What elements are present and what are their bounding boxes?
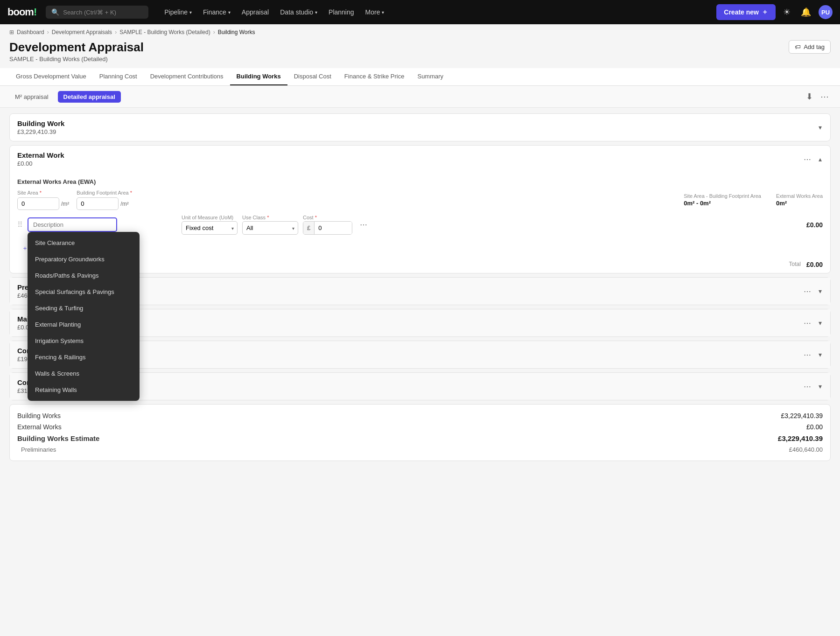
building-work-toggle[interactable]: ▾ bbox=[818, 123, 823, 132]
nav-planning[interactable]: Planning bbox=[324, 6, 359, 19]
building-work-controls: ▾ bbox=[818, 123, 823, 132]
tab-gross-development-value[interactable]: Gross Development Value bbox=[9, 68, 93, 85]
sub-tab-detailed[interactable]: Detailed appraisal bbox=[58, 91, 121, 103]
building-work-header[interactable]: Building Work £3,229,410.39 ▾ bbox=[10, 114, 830, 141]
dropdown-item-seeding-turfing[interactable]: Seeding & Turfing bbox=[28, 300, 140, 316]
nav-finance[interactable]: Finance ▾ bbox=[198, 6, 235, 19]
uom-select[interactable]: Fixed cost Per m² bbox=[182, 221, 238, 235]
uom-select-wrapper: Fixed cost Per m² bbox=[182, 221, 238, 235]
footer-totals: Building Works £3,229,410.39 External Wo… bbox=[9, 404, 831, 461]
building-work-section: Building Work £3,229,410.39 ▾ bbox=[9, 113, 831, 141]
use-class-label: Use Class * bbox=[242, 215, 298, 220]
search-input[interactable] bbox=[63, 9, 138, 16]
cost-prefix: £ bbox=[303, 222, 315, 234]
create-new-button[interactable]: Create new ＋ bbox=[716, 4, 776, 20]
uom-label: Unit of Measure (UoM) bbox=[182, 215, 238, 220]
dropdown-item-special-surfacings[interactable]: Special Surfacings & Pavings bbox=[28, 284, 140, 300]
nav-appraisal[interactable]: Appraisal bbox=[237, 6, 273, 19]
sub-tab-m2[interactable]: M² appraisal bbox=[9, 91, 54, 103]
ewa-result-2: External Works Area 0m² bbox=[776, 193, 823, 207]
preliminaries-toggle[interactable]: ▾ bbox=[818, 287, 823, 296]
building-footprint-unit: /m² bbox=[120, 201, 128, 207]
breadcrumb-development-appraisals[interactable]: Development Appraisals bbox=[52, 29, 112, 35]
ewa-panel: External Works Area (EWA) Site Area * /m… bbox=[10, 173, 830, 210]
use-class-select-wrapper: All Residential Commercial bbox=[242, 221, 298, 235]
theme-toggle-button[interactable]: ☀ bbox=[780, 5, 793, 19]
nav-right: Create new ＋ ☀ 🔔 PU bbox=[716, 4, 833, 20]
use-class-group: Use Class * All Residential Commercial bbox=[242, 215, 298, 235]
cost-input[interactable] bbox=[315, 222, 352, 234]
dropdown-item-roads-paths-pavings[interactable]: Roads/Paths & Pavings bbox=[28, 267, 140, 284]
contingency-toggle[interactable]: ▾ bbox=[818, 382, 823, 391]
breadcrumb-current: Building Works bbox=[218, 29, 255, 35]
uom-group: Unit of Measure (UoM) Fixed cost Per m² bbox=[182, 215, 238, 235]
external-work-header[interactable]: External Work £0.00 ⋯ ▴ bbox=[10, 146, 830, 173]
sub-tabs-right: ⬇ ⋯ bbox=[804, 90, 831, 104]
external-work-title-group: External Work £0.00 bbox=[17, 151, 64, 167]
page-subtitle: SAMPLE - Building Works (Detailed) bbox=[9, 56, 144, 63]
dropdown-item-retaining-walls[interactable]: Retaining Walls bbox=[28, 382, 140, 398]
search-bar[interactable]: 🔍 bbox=[46, 6, 148, 19]
tab-summary[interactable]: Summary bbox=[411, 68, 450, 85]
nav-data-studio[interactable]: Data studio ▾ bbox=[275, 6, 322, 19]
tab-finance-strike-price[interactable]: Finance & Strike Price bbox=[338, 68, 411, 85]
main-contract-menu-button[interactable]: ⋯ bbox=[801, 318, 814, 328]
dropdown-item-preparatory-groundworks[interactable]: Preparatory Groundworks bbox=[28, 251, 140, 267]
avatar[interactable]: PU bbox=[819, 5, 833, 19]
dropdown-item-fencing-railings[interactable]: Fencing & Railings bbox=[28, 349, 140, 365]
breadcrumb-icon: ⊞ bbox=[9, 29, 14, 35]
use-class-select[interactable]: All Residential Commercial bbox=[242, 221, 298, 235]
topnav: boom! 🔍 Pipeline ▾ Finance ▾ Appraisal D… bbox=[0, 0, 840, 24]
cost-label: Cost * bbox=[303, 215, 352, 220]
main-tabs: Gross Development Value Planning Cost De… bbox=[0, 68, 840, 86]
main-contract-toggle[interactable]: ▾ bbox=[818, 318, 823, 328]
row-menu-button[interactable]: ⋯ bbox=[357, 219, 370, 230]
row-input-area: ⠿ Site Clearance Preparatory Groundworks… bbox=[10, 210, 830, 239]
description-input[interactable] bbox=[28, 217, 117, 232]
breadcrumb-dashboard[interactable]: Dashboard bbox=[17, 29, 44, 35]
preliminaries-menu-button[interactable]: ⋯ bbox=[801, 286, 814, 297]
tab-building-works[interactable]: Building Works bbox=[230, 68, 287, 85]
logo[interactable]: boom! bbox=[7, 6, 36, 18]
external-work-menu-button[interactable]: ⋯ bbox=[801, 154, 814, 165]
footer-preliminaries: Preliminaries £460,640.00 bbox=[17, 444, 823, 455]
tab-disposal-cost[interactable]: Disposal Cost bbox=[287, 68, 338, 85]
page-header: Development Appraisal SAMPLE - Building … bbox=[0, 35, 840, 63]
tab-planning-cost[interactable]: Planning Cost bbox=[93, 68, 144, 85]
nav-pipeline[interactable]: Pipeline ▾ bbox=[160, 6, 196, 19]
site-area-input[interactable] bbox=[17, 197, 59, 210]
dropdown-item-external-planting[interactable]: External Planting bbox=[28, 316, 140, 333]
download-button[interactable]: ⬇ bbox=[804, 90, 815, 104]
tag-icon: 🏷 bbox=[795, 43, 801, 50]
ewa-fields: Site Area * /m² Building Footprint Area … bbox=[17, 190, 823, 210]
more-options-button[interactable]: ⋯ bbox=[819, 90, 831, 104]
logo-text: boom! bbox=[7, 6, 36, 18]
nav-links: Pipeline ▾ Finance ▾ Appraisal Data stud… bbox=[160, 6, 713, 19]
breadcrumb-sample[interactable]: SAMPLE - Building Works (Detailed) bbox=[119, 29, 210, 35]
tab-development-contributions[interactable]: Development Contributions bbox=[144, 68, 230, 85]
plus-icon: ＋ bbox=[762, 8, 768, 16]
building-footprint-input[interactable] bbox=[77, 197, 119, 210]
building-work-title-group: Building Work £3,229,410.39 bbox=[17, 119, 64, 135]
breadcrumb-sep: › bbox=[115, 29, 117, 35]
search-icon: 🔍 bbox=[51, 8, 59, 16]
consultancy-menu-button[interactable]: ⋯ bbox=[801, 349, 814, 360]
main-content: Building Work £3,229,410.39 ▾ External W… bbox=[0, 108, 840, 467]
nav-more[interactable]: More ▾ bbox=[361, 6, 389, 19]
site-area-unit: /m² bbox=[61, 201, 69, 207]
dropdown-item-irrigation-systems[interactable]: Irrigation Systems bbox=[28, 333, 140, 349]
add-tag-button[interactable]: 🏷 Add tag bbox=[789, 40, 831, 54]
external-work-toggle[interactable]: ▴ bbox=[818, 154, 823, 164]
consultancy-toggle[interactable]: ▾ bbox=[818, 350, 823, 359]
building-footprint-label: Building Footprint Area * bbox=[77, 190, 132, 196]
dropdown-item-site-clearance[interactable]: Site Clearance bbox=[28, 235, 140, 251]
dropdown-item-walls-screens[interactable]: Walls & Screens bbox=[28, 365, 140, 382]
description-wrapper: Site Clearance Preparatory Groundworks R… bbox=[28, 217, 177, 232]
page-title: Development Appraisal bbox=[9, 40, 144, 55]
page-title-group: Development Appraisal SAMPLE - Building … bbox=[9, 40, 144, 63]
contingency-controls: ⋯ ▾ bbox=[801, 381, 823, 392]
cost-input-group: £ bbox=[303, 221, 352, 235]
contingency-menu-button[interactable]: ⋯ bbox=[801, 381, 814, 392]
notifications-button[interactable]: 🔔 bbox=[798, 5, 814, 19]
drag-handle-icon: ⠿ bbox=[17, 220, 23, 229]
